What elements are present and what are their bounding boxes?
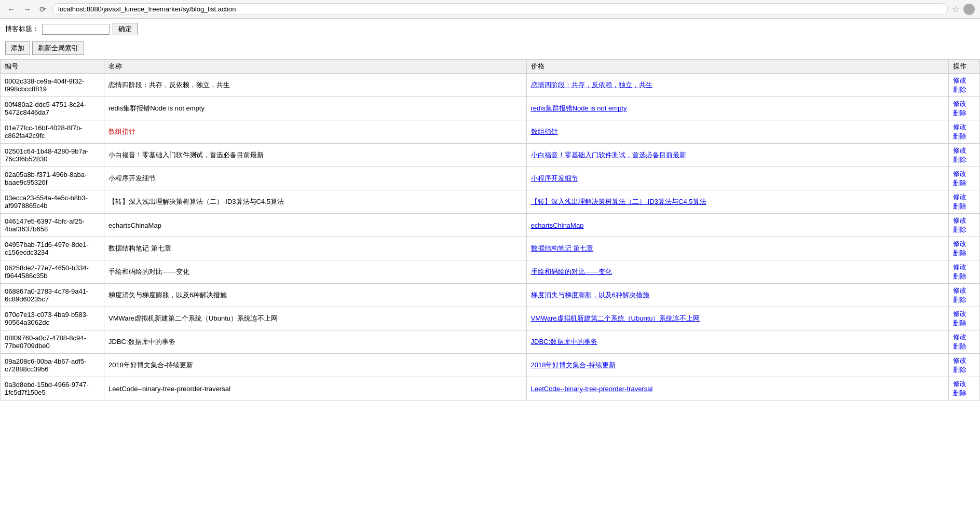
forward-button[interactable]: → bbox=[21, 4, 33, 15]
col-header-name: 名称 bbox=[104, 60, 527, 74]
delete-link[interactable]: 删除 bbox=[953, 85, 975, 94]
cell-id: 02a05a8b-f371-496b-8aba-baae9c95326f bbox=[1, 167, 104, 190]
edit-link[interactable]: 修改 bbox=[953, 76, 975, 85]
cell-name: 小白福音！零基础入门软件测试，首选必备目前最新 bbox=[104, 144, 527, 167]
edit-link[interactable]: 修改 bbox=[953, 192, 975, 202]
delete-link[interactable]: 删除 bbox=[953, 155, 975, 164]
cell-name: 小程序开发细节 bbox=[104, 167, 527, 190]
reindex-button[interactable]: 刷新全局索引 bbox=[32, 41, 84, 55]
table-row: 03ecca23-554a-4e5c-b8b3-af9978865c4b【转】深… bbox=[1, 190, 980, 214]
cell-action[interactable]: 修改删除 bbox=[949, 307, 980, 330]
add-button[interactable]: 添加 bbox=[5, 41, 30, 55]
search-input[interactable] bbox=[42, 24, 110, 35]
cell-name: redis集群报错Node is not empty bbox=[104, 97, 527, 120]
cell-action[interactable]: 修改删除 bbox=[949, 237, 980, 260]
back-button[interactable]: ← bbox=[5, 4, 17, 15]
edit-link[interactable]: 修改 bbox=[953, 239, 975, 248]
cell-action[interactable]: 修改删除 bbox=[949, 284, 980, 307]
table-row: 00f480a2-ddc5-4751-8c24-5472c8446da7redi… bbox=[1, 97, 980, 120]
cell-action[interactable]: 修改删除 bbox=[949, 190, 980, 214]
address-bar[interactable] bbox=[52, 3, 948, 15]
blog-table: 编号 名称 价格 操作 0002c338-ce9a-404f-9f32-f998… bbox=[0, 59, 980, 400]
cell-price-link[interactable]: 小白福音！零基础入门软件测试，首选必备目前最新 bbox=[526, 144, 949, 167]
table-row: 06258de2-77e7-4650-b334-f9644586c35b手绘和码… bbox=[1, 260, 980, 284]
cell-name: 梯度消失与梯度膨胀，以及6种解决措施 bbox=[104, 284, 527, 307]
cell-name: 【转】深入浅出理解决策树算法（二）-ID3算法与C4.5算法 bbox=[104, 190, 527, 214]
cell-price-link[interactable]: 数组指针 bbox=[526, 120, 949, 144]
cell-id: 00f480a2-ddc5-4751-8c24-5472c8446da7 bbox=[1, 97, 104, 120]
delete-link[interactable]: 删除 bbox=[953, 108, 975, 118]
cell-price-link[interactable]: echartsChinaMap bbox=[526, 214, 949, 237]
delete-link[interactable]: 删除 bbox=[953, 225, 975, 234]
cell-price-link[interactable]: 【转】深入浅出理解决策树算法（二）-ID3算法与C4.5算法 bbox=[526, 190, 949, 214]
edit-link[interactable]: 修改 bbox=[953, 333, 975, 342]
bookmark-icon[interactable]: ☆ bbox=[952, 4, 959, 14]
delete-link[interactable]: 删除 bbox=[953, 295, 975, 305]
table-row: 046147e5-6397-4bfc-af25-4baf3637b658echa… bbox=[1, 214, 980, 237]
user-avatar[interactable] bbox=[963, 4, 975, 15]
cell-name: 恋情四阶段：共存，反依赖，独立，共生 bbox=[104, 74, 527, 97]
table-row: 068867a0-2783-4c78-9a41-6c89d60235c7梯度消失… bbox=[1, 284, 980, 307]
delete-link[interactable]: 删除 bbox=[953, 319, 975, 328]
cell-id: 09a208c6-00ba-4b67-adf5-c72888cc3956 bbox=[1, 354, 104, 377]
cell-action[interactable]: 修改删除 bbox=[949, 354, 980, 377]
cell-name: echartsChinaMap bbox=[104, 214, 527, 237]
cell-price-link[interactable]: 恋情四阶段：共存，反依赖，独立，共生 bbox=[526, 74, 949, 97]
cell-name: 数组指针 bbox=[104, 120, 527, 144]
cell-id: 01e77fcc-16bf-4028-8f7b-c862fa42c9fc bbox=[1, 120, 104, 144]
delete-link[interactable]: 删除 bbox=[953, 342, 975, 351]
cell-price-link[interactable]: JDBC:数据库中的事务 bbox=[526, 330, 949, 354]
table-row: 09a208c6-00ba-4b67-adf5-c72888cc39562018… bbox=[1, 354, 980, 377]
delete-link[interactable]: 删除 bbox=[953, 178, 975, 188]
cell-action[interactable]: 修改删除 bbox=[949, 97, 980, 120]
edit-link[interactable]: 修改 bbox=[953, 122, 975, 132]
table-row: 08f09760-a0c7-4788-8c94-77be0709dbe0JDBC… bbox=[1, 330, 980, 354]
edit-link[interactable]: 修改 bbox=[953, 379, 975, 389]
cell-action[interactable]: 修改删除 bbox=[949, 167, 980, 190]
cell-action[interactable]: 修改删除 bbox=[949, 144, 980, 167]
edit-link[interactable]: 修改 bbox=[953, 216, 975, 225]
cell-id: 08f09760-a0c7-4788-8c94-77be0709dbe0 bbox=[1, 330, 104, 354]
cell-action[interactable]: 修改删除 bbox=[949, 260, 980, 284]
cell-action[interactable]: 修改删除 bbox=[949, 214, 980, 237]
cell-price-link[interactable]: 数据结构笔记 第七章 bbox=[526, 237, 949, 260]
cell-action[interactable]: 修改删除 bbox=[949, 377, 980, 400]
cell-price-link[interactable]: LeetCode--binary-tree-preorder-traversal bbox=[526, 377, 949, 400]
cell-action[interactable]: 修改删除 bbox=[949, 330, 980, 354]
refresh-button[interactable]: ⟳ bbox=[37, 4, 48, 15]
table-row: 070e7e13-c073-4ba9-b583-90564a3062dcVMWa… bbox=[1, 307, 980, 330]
cell-price-link[interactable]: redis集群报错Node is not empty bbox=[526, 97, 949, 120]
delete-link[interactable]: 删除 bbox=[953, 389, 975, 398]
delete-link[interactable]: 删除 bbox=[953, 132, 975, 141]
cell-id: 0002c338-ce9a-404f-9f32-f998cbcc8819 bbox=[1, 74, 104, 97]
table-row: 02501c64-1b48-4280-9b7a-76c3f6b52830小白福音… bbox=[1, 144, 980, 167]
edit-link[interactable]: 修改 bbox=[953, 169, 975, 178]
confirm-button[interactable]: 确定 bbox=[113, 23, 138, 35]
cell-id: 070e7e13-c073-4ba9-b583-90564a3062dc bbox=[1, 307, 104, 330]
delete-link[interactable]: 删除 bbox=[953, 365, 975, 375]
edit-link[interactable]: 修改 bbox=[953, 262, 975, 272]
edit-link[interactable]: 修改 bbox=[953, 99, 975, 108]
cell-name: JDBC:数据库中的事务 bbox=[104, 330, 527, 354]
delete-link[interactable]: 删除 bbox=[953, 202, 975, 211]
cell-price-link[interactable]: 手绘和码绘的对比——变化 bbox=[526, 260, 949, 284]
cell-action[interactable]: 修改删除 bbox=[949, 74, 980, 97]
browser-bar: ← → ⟳ ☆ bbox=[0, 0, 980, 19]
cell-price-link[interactable]: 梯度消失与梯度膨胀，以及6种解决措施 bbox=[526, 284, 949, 307]
delete-link[interactable]: 删除 bbox=[953, 248, 975, 258]
edit-link[interactable]: 修改 bbox=[953, 309, 975, 319]
cell-id: 06258de2-77e7-4650-b334-f9644586c35b bbox=[1, 260, 104, 284]
cell-action[interactable]: 修改删除 bbox=[949, 120, 980, 144]
cell-price-link[interactable]: 2018年好博文集合-持续更新 bbox=[526, 354, 949, 377]
edit-link[interactable]: 修改 bbox=[953, 356, 975, 365]
col-header-action: 操作 bbox=[949, 60, 980, 74]
cell-price-link[interactable]: VMWare虚拟机新建第二个系统（Ubuntu）系统连不上网 bbox=[526, 307, 949, 330]
edit-link[interactable]: 修改 bbox=[953, 146, 975, 155]
cell-name: VMWare虚拟机新建第二个系统（Ubuntu）系统连不上网 bbox=[104, 307, 527, 330]
col-header-price: 价格 bbox=[526, 60, 949, 74]
cell-id: 046147e5-6397-4bfc-af25-4baf3637b658 bbox=[1, 214, 104, 237]
edit-link[interactable]: 修改 bbox=[953, 286, 975, 295]
cell-price-link[interactable]: 小程序开发细节 bbox=[526, 167, 949, 190]
delete-link[interactable]: 删除 bbox=[953, 272, 975, 281]
cell-name: 手绘和码绘的对比——变化 bbox=[104, 260, 527, 284]
